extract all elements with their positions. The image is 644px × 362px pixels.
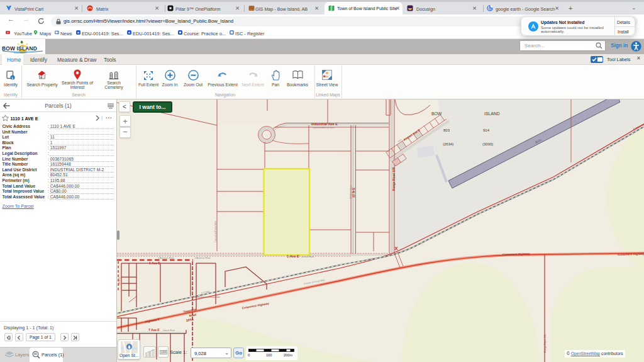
svg-text:Range Road 105: Range Road 105 — [392, 167, 396, 191]
svg-text:venue East: venue East — [301, 255, 314, 258]
svg-text:Industrial Avenue East: Industrial Avenue East — [313, 127, 335, 129]
svg-text:7 Ave E: 7 Ave E — [148, 328, 160, 332]
svg-text:1 Avenue East: 1 Avenue East — [194, 256, 211, 259]
svg-text:i: i — [12, 76, 13, 80]
svg-text:venue East: venue East — [163, 329, 175, 332]
svg-text:1 Ave E: 1 Ave E — [287, 254, 299, 258]
svg-text:1 Avenue East: 1 Avenue East — [158, 256, 175, 259]
svg-text:BOW ISLAND: BOW ISLAND — [2, 45, 37, 52]
svg-text:12 St E: 12 St E — [352, 187, 355, 198]
svg-text:Range Road 105: Range Road 105 — [544, 334, 547, 353]
svg-text:BOW: BOW — [431, 111, 442, 116]
svg-text:(2634): (2634) — [443, 142, 453, 146]
svg-text:County of Forty Mile: County of Forty Mile — [214, 221, 217, 242]
svg-text:42 St E: 42 St E — [118, 277, 121, 285]
svg-text:803: 803 — [443, 128, 450, 132]
svg-text:ISLAND: ISLAND — [484, 111, 500, 116]
svg-text:G: G — [488, 6, 492, 11]
svg-text:1 Ave E: 1 Ave E — [149, 261, 160, 265]
svg-text:Industrial Ave E: Industrial Ave E — [311, 122, 338, 126]
svg-text:(3000): (3000) — [482, 142, 493, 146]
svg-text:12 Street East: 12 Street East — [350, 185, 352, 199]
svg-text:914: 914 — [483, 128, 490, 132]
